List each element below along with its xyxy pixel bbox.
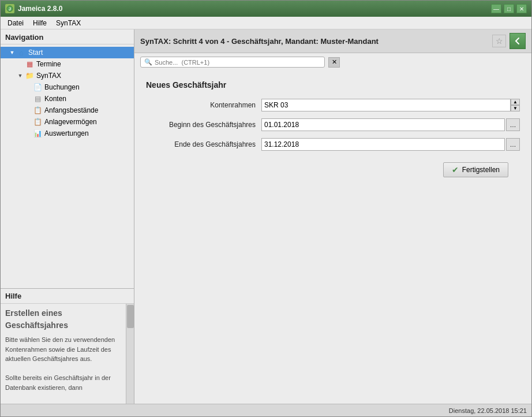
termine-spacer (17, 61, 24, 68)
help-section-title: Erstellen eines Geschäftsjahres (5, 307, 121, 332)
konten-icon: ▤ (33, 94, 42, 103)
nav-termine-label: Termine (36, 60, 61, 68)
help-scrollbar[interactable] (126, 304, 134, 404)
label-beginn: Beginn des Geschäftsjahres (146, 121, 261, 129)
status-datetime: Dienstag, 22.05.2018 15:21 (449, 407, 527, 414)
header-right: ☆ (492, 33, 526, 49)
nav-buchungen-label: Buchungen (44, 83, 80, 91)
form-row-beginn: Beginn des Geschäftsjahres … (146, 118, 520, 131)
help-para-1: Bitte wählen Sie den zu verwendenden Kon… (5, 335, 121, 364)
input-beginn[interactable] (261, 118, 505, 131)
nav-konten-label: Konten (44, 95, 66, 103)
anlage-spacer (25, 118, 32, 125)
ausw-icon: 📊 (33, 129, 42, 138)
content-title: SynTAX: Schritt 4 von 4 - Geschäftsjahr,… (140, 37, 379, 46)
nav-item-anfangsbestaende[interactable]: 📋 Anfangsbestände (1, 105, 134, 116)
maximize-button[interactable]: □ (504, 4, 514, 13)
help-content-area: Erstellen eines Geschäftsjahres Bitte wä… (1, 304, 134, 404)
nav-back-button[interactable] (509, 33, 526, 49)
content-header: SynTAX: Schritt 4 von 4 - Geschäftsjahr,… (134, 29, 531, 53)
nav-syntax-label: SynTAX (36, 72, 61, 80)
main-window: J Jameica 2.8.0 — □ ✕ Datei Hilfe SynTAX… (0, 0, 532, 417)
input-wrapper-kontenrahmen: ▲ ▼ (261, 99, 520, 111)
nav-item-syntax[interactable]: ▼ 📁 SynTAX (1, 70, 134, 81)
home-icon: ⌂ (17, 48, 26, 57)
finish-checkmark-icon: ✔ (452, 165, 459, 174)
help-text: Erstellen eines Geschäftsjahres Bitte wä… (1, 304, 126, 404)
title-bar: J Jameica 2.8.0 — □ ✕ (1, 1, 531, 17)
buchungen-spacer (25, 84, 32, 91)
nav-item-anlagevermoegen[interactable]: 📋 Anlagevermögen (1, 116, 134, 128)
search-input[interactable] (155, 59, 321, 66)
help-para-2: Sollte bereits ein Geschäftsjahr in der … (5, 373, 121, 392)
input-wrapper-ende: … (261, 138, 520, 151)
anfang-spacer (25, 107, 32, 114)
spin-up-button[interactable]: ▲ (511, 99, 520, 105)
anlage-icon: 📋 (33, 117, 42, 126)
nav-item-buchungen[interactable]: 📄 Buchungen (1, 81, 134, 93)
menu-syntax[interactable]: SynTAX (51, 18, 85, 28)
content-panel: SynTAX: Schritt 4 von 4 - Geschäftsjahr,… (134, 29, 531, 404)
scroll-thumb (127, 305, 134, 328)
help-panel: Hilfe Erstellen eines Geschäftsjahres Bi… (1, 288, 134, 404)
kontenrahmen-spinner: ▲ ▼ (511, 99, 520, 111)
expand-syntax-icon: ▼ (17, 72, 24, 79)
finish-button-label: Fertigstellen (462, 166, 500, 174)
app-icon: J (5, 4, 14, 13)
nav-item-termine[interactable]: ▦ Termine (1, 58, 134, 70)
konten-spacer (25, 95, 32, 102)
finish-button[interactable]: ✔ Fertigstellen (443, 162, 508, 177)
spin-down-button[interactable]: ▼ (511, 105, 520, 111)
close-button[interactable]: ✕ (516, 4, 527, 13)
input-wrapper-beginn: … (261, 118, 520, 131)
label-ende: Ende des Geschäftsjahres (146, 140, 261, 148)
svg-text:J: J (9, 7, 11, 11)
form-section-title: Neues Geschäftsjahr (146, 80, 520, 90)
nav-anlage-label: Anlagevermögen (44, 118, 97, 126)
menu-datei[interactable]: Datei (3, 18, 28, 28)
folder-icon: 📁 (25, 71, 34, 80)
calendar-icon: ▦ (25, 59, 34, 69)
search-icon: 🔍 (144, 58, 152, 66)
help-title-label: Hilfe (1, 289, 134, 304)
beginn-ellipsis-button[interactable]: … (506, 118, 520, 131)
nav-start-label: Start (28, 49, 43, 57)
search-wrapper: 🔍 (140, 57, 325, 68)
nav-item-auswertungen[interactable]: 📊 Auswertungen (1, 128, 134, 139)
input-kontenrahmen[interactable] (261, 99, 511, 111)
menu-bar: Datei Hilfe SynTAX (1, 17, 531, 29)
status-bar: Dienstag, 22.05.2018 15:21 (1, 404, 531, 416)
ausw-spacer (25, 130, 32, 137)
form-actions: ✔ Fertigstellen (146, 158, 520, 182)
search-bar: 🔍 ✕ (134, 53, 531, 71)
favorite-button[interactable]: ☆ (492, 35, 506, 47)
sidebar: Navigation ▼ ⌂ Start ▦ Termine ▼ 📁 (1, 29, 134, 404)
nav-ausw-label: Auswertungen (44, 129, 89, 137)
nav-label: Navigation (1, 29, 134, 44)
buchungen-icon: 📄 (33, 83, 42, 92)
label-kontenrahmen: Kontenrahmen (146, 101, 261, 109)
menu-hilfe[interactable]: Hilfe (28, 18, 51, 28)
input-ende[interactable] (261, 138, 505, 151)
window-controls: — □ ✕ (491, 4, 527, 13)
anfang-icon: 📋 (33, 106, 42, 115)
window-title: Jameica 2.8.0 (18, 5, 491, 13)
nav-item-konten[interactable]: ▤ Konten (1, 93, 134, 105)
ende-ellipsis-button[interactable]: … (506, 138, 520, 151)
search-clear-button[interactable]: ✕ (328, 57, 340, 68)
nav-tree: ▼ ⌂ Start ▦ Termine ▼ 📁 SynTAX (1, 44, 134, 288)
form-row-kontenrahmen: Kontenrahmen ▲ ▼ (146, 99, 520, 111)
expand-start-icon: ▼ (9, 49, 16, 56)
nav-anfang-label: Anfangsbestände (44, 106, 98, 114)
form-area: Neues Geschäftsjahr Kontenrahmen ▲ ▼ Beg… (134, 71, 531, 404)
form-row-ende: Ende des Geschäftsjahres … (146, 138, 520, 151)
minimize-button[interactable]: — (491, 4, 501, 13)
nav-item-start[interactable]: ▼ ⌂ Start (1, 47, 134, 58)
main-area: Navigation ▼ ⌂ Start ▦ Termine ▼ 📁 (1, 29, 531, 404)
